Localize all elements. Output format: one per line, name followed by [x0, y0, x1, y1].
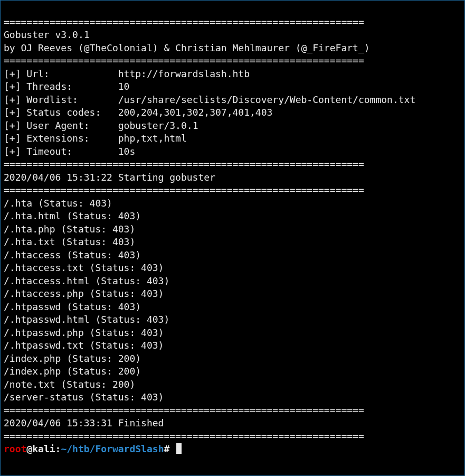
config-value: http://forwardslash.htb: [118, 68, 250, 79]
divider: ========================================…: [4, 55, 364, 66]
result-line: /index.php (Status: 200): [4, 353, 141, 364]
config-label: Extensions:: [26, 132, 107, 145]
terminal-window[interactable]: ========================================…: [0, 0, 465, 476]
banner-line-2: by OJ Reeves (@TheColonial) & Christian …: [4, 42, 370, 53]
divider: ========================================…: [4, 16, 364, 27]
result-line: /note.txt (Status: 200): [4, 379, 135, 390]
config-value: gobuster/3.0.1: [118, 120, 198, 131]
start-line: 2020/04/06 15:31:22 Starting gobuster: [4, 172, 215, 183]
result-line: /.hta.txt (Status: 403): [4, 236, 135, 247]
config-value: 200,204,301,302,307,401,403: [118, 107, 273, 118]
result-line: /.htpasswd.php (Status: 403): [4, 327, 164, 338]
config-value: 10s: [118, 146, 136, 157]
config-label: Status codes:: [26, 106, 107, 119]
config-label: Wordlist:: [26, 94, 107, 107]
prompt-colon: :: [55, 443, 61, 454]
result-line: /.htaccess.php (Status: 403): [4, 288, 164, 299]
prompt-at: @: [26, 443, 32, 454]
result-line: /.htaccess (Status: 403): [4, 249, 141, 260]
config-row-wordlist: [+] Wordlist: /usr/share/seclists/Discov…: [4, 94, 415, 105]
shell-prompt[interactable]: root@kali:~/htb/ForwardSlash#: [4, 443, 182, 454]
config-row-extensions: [+] Extensions: php,txt,html: [4, 133, 187, 144]
end-line: 2020/04/06 15:33:31 Finished: [4, 417, 164, 428]
config-value: php,txt,html: [118, 133, 187, 144]
config-value: /usr/share/seclists/Discovery/Web-Conten…: [118, 94, 416, 105]
divider: ========================================…: [4, 431, 364, 442]
config-label: Threads:: [26, 80, 107, 94]
prompt-user: root: [4, 443, 26, 454]
result-line: /index.php (Status: 200): [4, 366, 141, 377]
config-label: Url:: [26, 68, 107, 81]
divider: ========================================…: [4, 184, 364, 195]
prompt-hash: #: [164, 443, 169, 454]
result-line: /.htaccess.html (Status: 403): [4, 275, 169, 286]
config-row-status-codes: [+] Status codes: 200,204,301,302,307,40…: [4, 107, 272, 118]
config-row-threads: [+] Threads: 10: [4, 81, 129, 92]
result-line: /.htpasswd.txt (Status: 403): [4, 340, 164, 351]
config-row-user-agent: [+] User Agent: gobuster/3.0.1: [4, 120, 198, 131]
divider: ========================================…: [4, 405, 364, 416]
config-value: 10: [118, 81, 130, 92]
config-label: Timeout:: [26, 145, 107, 158]
cursor-icon: [176, 443, 182, 454]
result-line: /.hta (Status: 403): [4, 198, 112, 209]
prompt-host: kali: [32, 443, 55, 454]
result-line: /.hta.php (Status: 403): [4, 223, 135, 235]
result-line: /.htaccess.txt (Status: 403): [4, 262, 164, 273]
result-line: /.htpasswd (Status: 403): [4, 301, 141, 312]
result-line: /.htpasswd.html (Status: 403): [4, 314, 169, 325]
config-label: User Agent:: [26, 119, 107, 133]
config-row-url: [+] Url: http://forwardslash.htb: [4, 68, 250, 79]
result-line: /server-status (Status: 403): [4, 391, 164, 403]
divider: ========================================…: [4, 158, 364, 170]
prompt-path: ~/htb/ForwardSlash: [61, 443, 164, 454]
banner-line-1: Gobuster v3.0.1: [4, 29, 90, 40]
result-line: /.hta.html (Status: 403): [4, 210, 141, 221]
config-row-timeout: [+] Timeout: 10s: [4, 146, 135, 157]
